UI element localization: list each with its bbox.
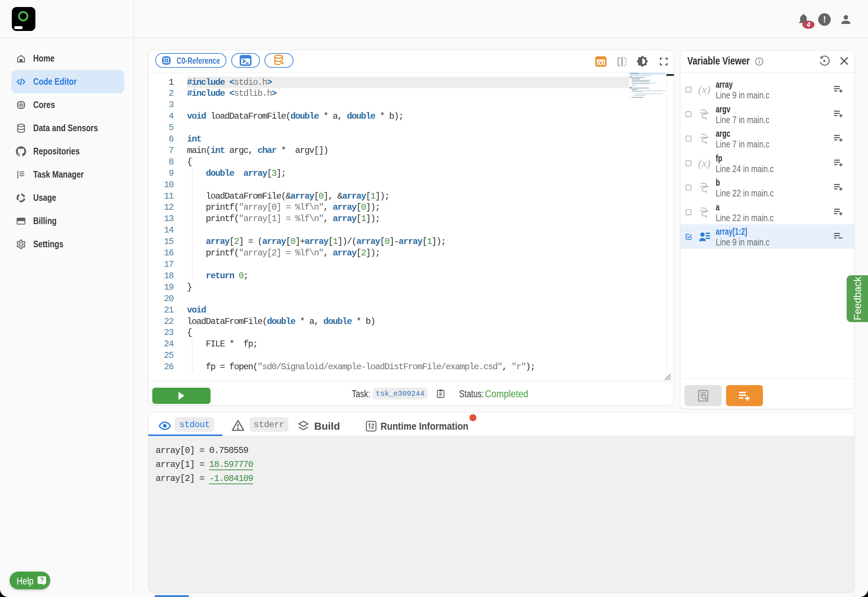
svg-text:?: ? [40,576,44,584]
svg-text:(x): (x) [598,60,604,65]
